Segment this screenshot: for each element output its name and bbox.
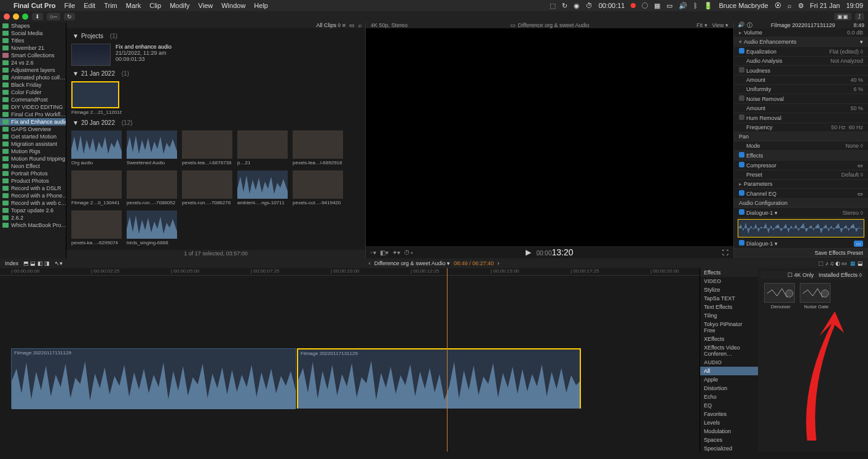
user-name[interactable]: Bruce Macbryde	[719, 2, 768, 9]
overwrite-icon[interactable]: ◧	[37, 260, 43, 266]
effects-browser-icon[interactable]: ▦	[850, 260, 856, 266]
library-item[interactable]: Black Friday	[0, 81, 66, 89]
effect-category[interactable]: Modulation	[700, 427, 758, 436]
library-item[interactable]: DIY VIDEO EDITING	[0, 103, 66, 111]
disclosure-icon[interactable]: ▸	[739, 30, 742, 36]
event-clip-thumbnail[interactable]	[71, 81, 119, 108]
audio-inspector-icon[interactable]: 🔊	[738, 22, 744, 30]
timeline-clip-selected[interactable]: Filmage 20220117131129	[297, 348, 581, 409]
arrow-tool-icon[interactable]: ↖▾	[55, 260, 63, 266]
volume-value[interactable]: 0.0 dB	[847, 30, 863, 36]
save-effects-preset-button[interactable]: Save Effects Preset	[815, 250, 863, 256]
audio-skim-icon[interactable]: ♪	[826, 260, 829, 266]
menu-help[interactable]: Help	[254, 2, 268, 9]
menu-file[interactable]: File	[64, 2, 75, 9]
library-item[interactable]: Record with a web c…	[0, 199, 66, 207]
effect-category[interactable]: Echo	[700, 393, 758, 401]
menu-mark[interactable]: Mark	[126, 2, 141, 9]
effect-category[interactable]: Spaces	[700, 436, 758, 444]
clip-filter-dropdown[interactable]: All Clips ◊	[317, 22, 341, 28]
retime-tool-icon[interactable]: ⏱▾	[404, 249, 413, 256]
compressor-checkbox[interactable]	[739, 162, 744, 167]
volume-icon[interactable]: 🔊	[679, 2, 687, 10]
keyword-button[interactable]: ○─	[47, 13, 60, 20]
library-item[interactable]: Which MacBook Pro…	[0, 222, 66, 229]
list-view-icon[interactable]: ≡	[342, 22, 345, 28]
transitions-icon[interactable]: ⬓	[858, 260, 863, 266]
installed-effects-dropdown[interactable]: Installed Effects ◊	[819, 272, 862, 278]
library-item[interactable]: Social Media	[0, 30, 66, 37]
effect-item[interactable]: Noise Gate	[800, 283, 833, 309]
effect-category[interactable]: Tokyo PiPinator Free	[700, 320, 758, 335]
library-item[interactable]: Migration assistant	[0, 140, 66, 148]
library-item[interactable]: Product Photos	[0, 177, 66, 185]
stereo-icon[interactable]: ▭	[854, 241, 863, 247]
library-item[interactable]: Smart Collections	[0, 52, 66, 59]
library-item[interactable]: Motion Rigs	[0, 148, 66, 155]
pan-mode[interactable]: None ◊	[846, 143, 863, 149]
dialogue-checkbox[interactable]	[739, 209, 744, 215]
append-icon[interactable]: ⬓	[30, 260, 36, 266]
projects-section[interactable]: ▼ Projects (1)	[69, 31, 363, 41]
effects-checkbox[interactable]	[739, 152, 744, 158]
freq-60[interactable]: 60 Hz	[848, 124, 863, 130]
browser-clip[interactable]: pexels-ron…-7086278	[182, 170, 232, 206]
index-button[interactable]: Index	[5, 260, 18, 266]
snap-icon[interactable]: ◐	[835, 260, 840, 266]
browser-clip[interactable]: Filmage 2…0_130441	[71, 170, 122, 206]
effect-category[interactable]: Stylize	[700, 285, 758, 294]
browser-clip[interactable]: p…21	[237, 130, 288, 166]
library-item[interactable]: Fix and Enhance audio	[0, 118, 66, 126]
effect-category[interactable]: Specialized	[700, 444, 758, 452]
solo-icon[interactable]: ♫	[830, 260, 834, 266]
import-button[interactable]: ⬇	[32, 13, 43, 20]
effect-category[interactable]: XEffects	[700, 335, 758, 343]
sync-icon[interactable]: ↻	[562, 2, 567, 10]
menu-trim[interactable]: Trim	[104, 2, 117, 9]
disclosure-icon[interactable]: ▸	[739, 181, 742, 187]
library-item[interactable]: Adjustment layers	[0, 66, 66, 74]
library-item[interactable]: Portrait Photos	[0, 170, 66, 177]
library-item[interactable]: CommandPost	[0, 96, 66, 103]
library-item[interactable]: Shapes	[0, 22, 66, 30]
library-item[interactable]: Titles	[0, 37, 66, 44]
history-back-icon[interactable]: ‹	[369, 260, 371, 266]
edit-icon[interactable]: ▭	[858, 191, 863, 197]
library-item[interactable]: 24 vs 2.6	[0, 59, 66, 66]
audio-config-waveform[interactable]	[738, 219, 864, 237]
dialogue-format[interactable]: Stereo ◊	[843, 210, 863, 216]
skimming-icon[interactable]: ⬚	[818, 260, 824, 266]
effect-category[interactable]: Tiling	[700, 311, 758, 320]
display-icon[interactable]: ▭	[666, 2, 673, 10]
insert-icon[interactable]: ⬒	[23, 260, 29, 266]
menu-window[interactable]: Window	[221, 2, 245, 9]
effect-category[interactable]: XEffects Video Conferen…	[700, 343, 758, 358]
menu-clip[interactable]: Clip	[149, 2, 161, 9]
control-center-icon[interactable]: ⚙	[798, 2, 804, 10]
effect-item[interactable]: Denoiser	[764, 283, 797, 309]
filmstrip-icon[interactable]: ▭	[349, 22, 355, 28]
library-item[interactable]: Final Cut Pro Workfl…	[0, 111, 66, 118]
minimize-window-icon[interactable]	[13, 14, 19, 20]
transform-tool-icon[interactable]: ▫▾	[371, 249, 376, 256]
timeline-title[interactable]: Difference org & sweet Audio ▾	[374, 260, 450, 266]
browser-clip[interactable]: pexels-ron…-7088052	[127, 170, 177, 206]
fit-dropdown[interactable]: Fit ▾	[696, 22, 708, 28]
library-item[interactable]: Color Folder	[0, 89, 66, 96]
menu-modify[interactable]: Modify	[170, 2, 189, 9]
record-ring-icon[interactable]	[642, 2, 648, 9]
share-button[interactable]: ⤴	[855, 13, 864, 20]
timeline-view-icon[interactable]: ▭	[842, 260, 847, 266]
effect-category[interactable]: TapSa TEXT	[700, 294, 758, 303]
timeline-clip[interactable]: Filmage 20220117131129	[11, 348, 296, 409]
timeline[interactable]: | 00:00:00:00| 00:00:02:25| 00:00:05:00|…	[0, 268, 700, 452]
amount-value[interactable]: 40 %	[850, 77, 863, 83]
project-item[interactable]: Fix and enhance audio 21/1/2022, 11:29 a…	[69, 41, 363, 68]
app-name[interactable]: Final Cut Pro	[14, 2, 55, 9]
menu-view[interactable]: View	[199, 2, 213, 9]
uniformity-value[interactable]: 6 %	[853, 86, 863, 92]
dialogue-checkbox[interactable]	[739, 240, 744, 245]
render-button[interactable]: ↻	[64, 13, 75, 20]
spotlight-icon[interactable]: ⦿	[775, 2, 781, 9]
connect-icon[interactable]: ◨	[44, 260, 50, 266]
